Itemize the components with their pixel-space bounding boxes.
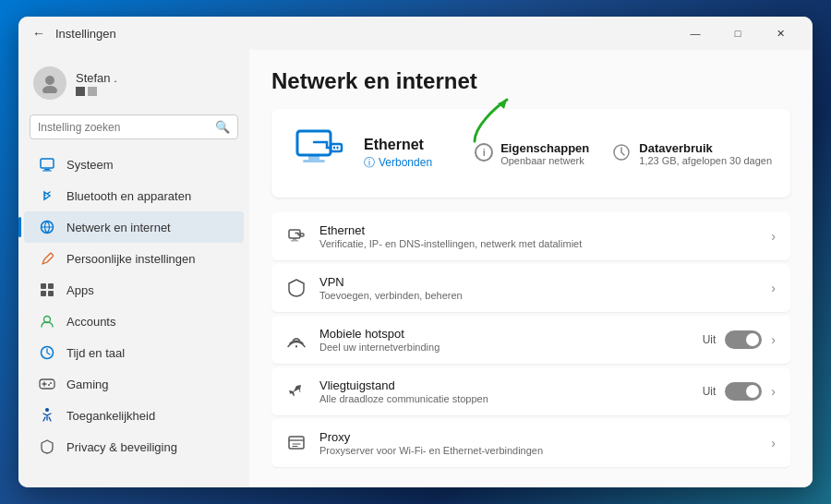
- vliegtuig-right: Uit ›: [703, 382, 776, 401]
- user-badges: [76, 87, 117, 96]
- connected-icon: ⓘ: [364, 155, 375, 171]
- settings-item-vpn[interactable]: VPN Toevoegen, verbinden, beheren ›: [271, 264, 790, 312]
- svg-point-1: [42, 86, 57, 93]
- proxy-text: Proxy Proxyserver voor Wi-Fi- en Etherne…: [319, 430, 758, 456]
- hotspot-toggle[interactable]: [725, 330, 762, 349]
- maximize-button[interactable]: □: [717, 17, 759, 50]
- svg-rect-21: [337, 147, 339, 150]
- ethernet-right: ›: [771, 229, 776, 244]
- vpn-chevron: ›: [771, 281, 776, 295]
- ethernet-subtitle: Verificatie, IP- en DNS-instellingen, ne…: [319, 238, 758, 249]
- user-info: Stefan .: [76, 71, 117, 96]
- hotspot-icon: [286, 330, 307, 350]
- proxy-chevron: ›: [771, 436, 776, 450]
- sidebar-item-toegankelijkheid[interactable]: Toegankelijkheid: [24, 400, 244, 431]
- vpn-icon: [286, 278, 307, 298]
- dataverbruik-text: Dataverbruik 1,23 GB, afgelopen 30 dagen: [639, 141, 772, 166]
- proxy-title: Proxy: [319, 430, 758, 444]
- svg-rect-19: [331, 144, 342, 151]
- svg-rect-3: [44, 169, 50, 171]
- user-section: Stefan .: [18, 57, 249, 111]
- svg-rect-9: [48, 291, 54, 296]
- hotspot-chevron: ›: [771, 332, 776, 347]
- dataverbruik-icon: [611, 142, 632, 162]
- sidebar-item-privacy-label: Privacy & beveiliging: [66, 440, 177, 454]
- network-status-label: Verbonden: [379, 156, 432, 169]
- vliegtuig-icon: [286, 381, 307, 402]
- ethernet-title: Ethernet: [319, 223, 758, 237]
- sidebar-item-accounts-label: Accounts: [66, 315, 115, 329]
- proxy-subtitle: Proxyserver voor Wi-Fi- en Ethernet-verb…: [319, 445, 758, 456]
- proxy-right: ›: [771, 436, 776, 450]
- search-box[interactable]: 🔍: [30, 114, 238, 139]
- sidebar-item-netwerk-label: Netwerk en internet: [66, 221, 171, 234]
- sidebar-item-privacy[interactable]: Privacy & beveiliging: [24, 431, 244, 462]
- ethernet-icon: [286, 226, 307, 246]
- hotspot-right: Uit ›: [703, 330, 776, 349]
- vliegtuig-title: Vliegtuigstand: [319, 378, 690, 392]
- vliegtuig-toggle-label: Uit: [703, 385, 717, 398]
- ethernet-chevron: ›: [771, 229, 776, 244]
- svg-rect-7: [48, 283, 54, 289]
- sidebar-item-systeem[interactable]: Systeem: [24, 149, 244, 180]
- bluetooth-icon: [39, 187, 55, 204]
- sidebar-item-accounts[interactable]: Accounts: [24, 306, 244, 337]
- proxy-icon: [286, 433, 307, 453]
- eigenschappen-title: Eigenschappen: [500, 141, 589, 155]
- back-button[interactable]: ←: [30, 24, 48, 42]
- eigenschappen-item[interactable]: i Eigenschappen Openbaar netwerk: [475, 141, 589, 166]
- sidebar-item-persoonlijk[interactable]: Persoonlijke instellingen: [24, 243, 244, 274]
- eigenschappen-text: Eigenschappen Openbaar netwerk: [500, 141, 589, 166]
- sidebar-item-netwerk[interactable]: Netwerk en internet: [24, 211, 244, 243]
- sidebar-item-tijd-label: Tijd en taal: [66, 346, 125, 360]
- avatar: [33, 66, 66, 100]
- tijd-icon: [39, 344, 55, 361]
- persoonlijk-icon: [39, 250, 55, 267]
- sidebar-item-tijd[interactable]: Tijd en taal: [24, 337, 244, 368]
- settings-item-proxy[interactable]: Proxy Proxyserver voor Wi-Fi- en Etherne…: [271, 419, 790, 467]
- close-button[interactable]: ✕: [759, 17, 801, 50]
- sidebar-item-toegankelijkheid-label: Toegankelijkheid: [66, 409, 155, 423]
- svg-rect-8: [41, 291, 46, 296]
- vliegtuig-chevron: ›: [771, 384, 776, 399]
- network-connected: ⓘ Verbonden: [364, 155, 460, 171]
- eigenschappen-icon: i: [475, 143, 493, 162]
- main-content: Stefan . 🔍 Systeem: [18, 50, 813, 487]
- vpn-title: VPN: [319, 275, 758, 289]
- eigenschappen-sublabel: Openbaar netwerk: [500, 155, 589, 166]
- settings-item-hotspot[interactable]: Mobiele hotspot Deel uw internetverbindi…: [271, 316, 790, 364]
- network-props: i Eigenschappen Openbaar netwerk: [475, 141, 772, 166]
- sidebar-item-bluetooth-label: Bluetooth en apparaten: [66, 189, 191, 203]
- dataverbruik-item[interactable]: Dataverbruik 1,23 GB, afgelopen 30 dagen: [611, 141, 772, 166]
- settings-item-ethernet[interactable]: Ethernet Verificatie, IP- en DNS-instell…: [271, 212, 790, 260]
- vliegtuig-toggle[interactable]: [725, 382, 762, 401]
- svg-point-14: [48, 384, 50, 386]
- window-controls: — □ ✕: [674, 17, 801, 50]
- sidebar-item-bluetooth[interactable]: Bluetooth en apparaten: [24, 180, 244, 211]
- sidebar-item-gaming-label: Gaming: [66, 378, 109, 391]
- svg-rect-25: [293, 238, 296, 240]
- main-panel: Netwerk en internet: [249, 50, 813, 487]
- svg-rect-6: [41, 283, 46, 289]
- vliegtuig-subtitle: Alle draadloze communicatie stoppen: [319, 393, 690, 404]
- sidebar-item-persoonlijk-label: Persoonlijke instellingen: [66, 252, 195, 266]
- svg-rect-26: [291, 240, 298, 242]
- sidebar-item-apps[interactable]: Apps: [24, 274, 244, 306]
- minimize-button[interactable]: —: [674, 17, 717, 50]
- vliegtuig-text: Vliegtuigstand Alle draadloze communicat…: [319, 378, 690, 404]
- settings-item-vliegtuig[interactable]: Vliegtuigstand Alle draadloze communicat…: [271, 367, 790, 415]
- sidebar: Stefan . 🔍 Systeem: [18, 50, 249, 487]
- badge-1: [76, 87, 85, 96]
- toegankelijkheid-icon: [39, 407, 55, 424]
- search-input[interactable]: [38, 121, 210, 134]
- svg-rect-18: [303, 160, 325, 162]
- ethernet-large-icon: [290, 124, 349, 183]
- svg-marker-22: [498, 100, 507, 109]
- privacy-icon: [39, 438, 55, 455]
- apps-icon: [39, 282, 55, 298]
- vpn-right: ›: [771, 281, 776, 295]
- badge-2: [88, 87, 97, 96]
- sidebar-item-gaming[interactable]: Gaming: [24, 368, 244, 400]
- settings-window: ← Instellingen — □ ✕ Stefan .: [18, 17, 813, 487]
- hotspot-title: Mobiele hotspot: [319, 327, 690, 341]
